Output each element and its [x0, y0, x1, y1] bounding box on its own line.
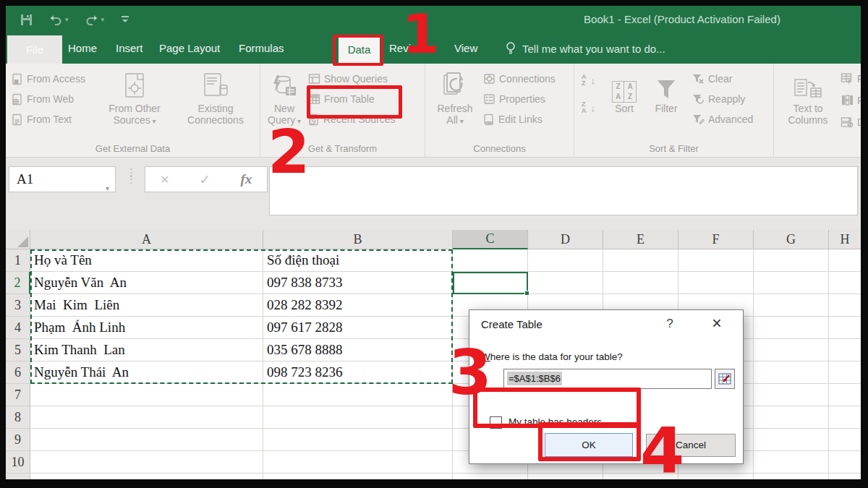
clear-filter-button[interactable]: Clear [692, 69, 732, 88]
cell-b7[interactable] [263, 384, 453, 406]
tab-page-layout[interactable]: Page Layout [159, 33, 220, 64]
row-header-10[interactable]: 10 [6, 451, 30, 474]
cell-d1[interactable] [528, 249, 603, 272]
cell-g6[interactable] [754, 361, 829, 384]
cell-f2[interactable] [678, 272, 754, 294]
cell-g2[interactable] [754, 272, 829, 294]
cell-a1[interactable]: Họ và Tên [30, 249, 263, 272]
insert-function-icon[interactable]: fx [241, 171, 252, 187]
cell-b1[interactable]: Số điện thoại [263, 249, 453, 272]
cell-h7[interactable] [829, 384, 861, 406]
new-query-button[interactable]: New Query [263, 65, 305, 140]
from-table-button[interactable]: From Table [308, 90, 375, 108]
cell-h6[interactable] [829, 361, 861, 384]
tab-insert[interactable]: Insert [116, 33, 143, 64]
cell-h1[interactable] [829, 249, 861, 272]
column-header-g[interactable]: G [754, 230, 829, 249]
from-text-button[interactable]: From Text [12, 110, 72, 129]
connections-button[interactable]: Connections [483, 69, 556, 88]
cell-a4[interactable]: Phạm Ánh Linh [30, 317, 263, 339]
cell-b9[interactable] [263, 429, 453, 451]
redo-dropdown-icon[interactable]: ▾ [101, 16, 105, 23]
column-header-b[interactable]: B [263, 230, 453, 249]
advanced-filter-button[interactable]: Advanced [692, 110, 753, 129]
cell-e11[interactable] [603, 474, 678, 479]
range-picker-button[interactable] [715, 369, 735, 389]
remove-duplicates-button[interactable]: R [841, 91, 861, 110]
cancel-entry-icon[interactable]: × [161, 171, 169, 188]
cell-d11[interactable] [528, 474, 603, 479]
row-header-4[interactable]: 4 [6, 317, 30, 339]
column-header-f[interactable]: F [678, 230, 754, 249]
flash-fill-button[interactable]: F [841, 69, 861, 88]
data-validation-button[interactable]: D [841, 113, 861, 132]
cell-b3[interactable]: 028 282 8392 [263, 294, 453, 317]
cell-b6[interactable]: 098 723 8236 [263, 361, 453, 384]
from-other-sources-button[interactable]: From Other Sources [97, 65, 172, 140]
edit-links-button[interactable]: Edit Links [483, 110, 542, 129]
text-to-columns-button[interactable]: Text to Columns [781, 65, 835, 140]
cell-f1[interactable] [678, 249, 754, 272]
cell-g7[interactable] [754, 384, 829, 406]
column-header-a[interactable]: A [30, 230, 263, 249]
tab-formulas[interactable]: Formulas [239, 33, 284, 64]
cell-h4[interactable] [829, 317, 861, 339]
row-header-3[interactable]: 3 [6, 294, 30, 317]
active-cell-c2[interactable] [453, 272, 528, 294]
checkbox-label[interactable]: My table has headers [509, 416, 602, 427]
select-all-button[interactable] [6, 230, 30, 249]
undo-button[interactable]: ▾ [48, 14, 69, 25]
dialog-close-button[interactable]: × [702, 313, 731, 333]
cell-g1[interactable] [754, 249, 829, 272]
cell-b2[interactable]: 097 838 8733 [263, 272, 453, 294]
undo-dropdown-icon[interactable]: ▾ [65, 16, 69, 23]
cell-g5[interactable] [754, 339, 829, 361]
column-header-h[interactable]: H [829, 230, 861, 249]
cell-g4[interactable] [754, 317, 829, 339]
cell-a3[interactable]: Mai Kim Liên [30, 294, 263, 317]
row-header-5[interactable]: 5 [6, 339, 30, 361]
recent-sources-button[interactable]: Recent Sources [308, 110, 396, 129]
cell-h3[interactable] [829, 294, 861, 317]
cell-h10[interactable] [829, 451, 861, 474]
formula-bar-input[interactable] [269, 166, 858, 215]
cell-a5[interactable]: Kim Thanh Lan [30, 339, 263, 361]
row-header-11[interactable]: 11 [6, 474, 30, 479]
cell-a9[interactable] [30, 429, 263, 451]
from-access-button[interactable]: A From Access [12, 69, 85, 88]
column-header-c[interactable]: C [453, 230, 528, 249]
tab-home[interactable]: Home [68, 33, 97, 64]
cell-c11[interactable] [453, 474, 528, 479]
cell-b5[interactable]: 035 678 8888 [263, 339, 453, 361]
cell-b11[interactable] [263, 474, 453, 479]
properties-button[interactable]: Properties [483, 90, 545, 108]
cell-b4[interactable]: 097 617 2828 [263, 317, 453, 339]
row-header-9[interactable]: 9 [6, 429, 30, 451]
cell-h11[interactable] [829, 474, 861, 479]
cell-b8[interactable] [263, 406, 453, 429]
cell-c1[interactable] [453, 249, 528, 272]
cell-g8[interactable] [754, 406, 829, 429]
show-queries-button[interactable]: Show Queries [308, 69, 388, 88]
name-box[interactable]: A1 ▾ [9, 166, 116, 192]
cell-a7[interactable] [30, 384, 263, 406]
cell-a10[interactable] [30, 451, 263, 474]
sort-ascending-button[interactable]: AZ ↓ [582, 71, 595, 90]
tell-me-box[interactable]: Tell me what you want to do... [505, 33, 665, 64]
cell-e2[interactable] [603, 272, 678, 294]
row-header-2[interactable]: 2 [6, 272, 30, 294]
row-header-6[interactable]: 6 [6, 361, 30, 384]
tab-file[interactable]: File [7, 35, 62, 64]
cell-g10[interactable] [754, 451, 829, 474]
cell-g3[interactable] [754, 294, 829, 317]
sort-button[interactable]: ZAAZ Sort [605, 65, 644, 140]
column-header-e[interactable]: E [603, 230, 678, 249]
cell-g9[interactable] [754, 429, 829, 451]
cell-h5[interactable] [829, 339, 861, 361]
cell-a11[interactable] [30, 474, 263, 479]
cell-e1[interactable] [603, 249, 678, 272]
ok-button[interactable]: OK [545, 433, 633, 457]
save-icon[interactable] [20, 14, 33, 26]
filter-button[interactable]: Filter [647, 65, 686, 140]
cell-h2[interactable] [829, 272, 861, 294]
